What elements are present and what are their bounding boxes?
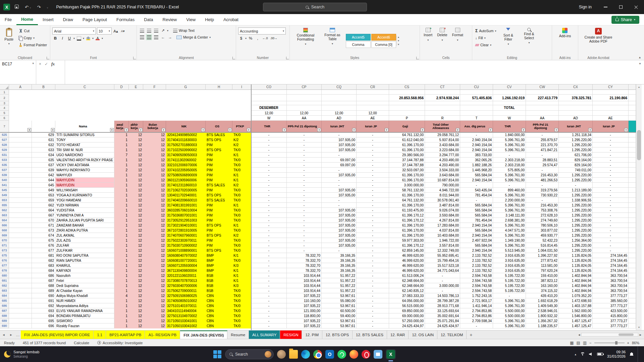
cell[interactable]: 3.593.684,00	[425, 213, 460, 218]
cell[interactable]: -	[251, 248, 287, 253]
filter-button-CV[interactable]: ▾	[522, 128, 525, 132]
cell[interactable]: AA	[526, 116, 559, 121]
cell[interactable]	[425, 111, 460, 116]
filter-button-CS[interactable]: ▾	[421, 128, 424, 132]
cell[interactable]: ELVIS YANUAR RAMADHANA	[55, 308, 114, 313]
cell[interactable]: 363.700,54	[593, 278, 629, 283]
cell[interactable]	[9, 116, 32, 121]
cell[interactable]: 1	[114, 193, 129, 198]
cell[interactable]: -	[322, 168, 357, 173]
cell[interactable]: 4	[114, 293, 129, 298]
cell[interactable]: 642	[32, 173, 55, 178]
clear-button[interactable]: Clear▾	[474, 42, 497, 48]
cell[interactable]	[425, 105, 460, 111]
cell[interactable]: -	[251, 168, 287, 173]
cell[interactable]: 12	[143, 243, 166, 248]
table-header-C[interactable]: Nama▾	[55, 121, 114, 132]
cell[interactable]: TK/0	[232, 238, 251, 243]
cell[interactable]: 637	[32, 163, 55, 168]
cell[interactable]	[460, 111, 493, 116]
cell[interactable]: 53.967,61	[322, 303, 357, 308]
cell[interactable]: 682	[32, 258, 55, 263]
cell[interactable]: 103.914,44	[287, 283, 322, 288]
cell[interactable]: 1	[114, 173, 129, 178]
cell[interactable]: 37.144.787,88	[389, 158, 425, 163]
cell[interactable]: 12	[143, 193, 166, 198]
cell[interactable]: 12	[129, 303, 143, 308]
cell[interactable]: 53.967,61	[322, 293, 357, 298]
cell[interactable]: PIM	[206, 168, 232, 173]
cell[interactable]	[9, 273, 32, 278]
filter-button-B[interactable]: ▾	[51, 128, 55, 132]
gallery-down-button[interactable]: ▾	[398, 39, 399, 42]
cell[interactable]: -	[251, 268, 287, 273]
cell[interactable]: BTS OPS	[206, 137, 232, 142]
sheet-tab[interactable]: 12. TELKOM	[437, 330, 467, 339]
cell[interactable]	[114, 101, 129, 105]
row-header[interactable]: 688	[0, 313, 9, 318]
cell[interactable]	[9, 153, 32, 158]
cell[interactable]	[629, 273, 636, 278]
cell[interactable]: 1304011702940001	[166, 193, 206, 198]
cell[interactable]: TK/0	[232, 303, 251, 308]
cell[interactable]: 1	[114, 137, 129, 142]
cell[interactable]	[206, 105, 232, 111]
row-header[interactable]: 7	[0, 121, 9, 132]
cell[interactable]: PIM	[206, 208, 232, 213]
cell[interactable]: DESEMBER	[251, 105, 287, 111]
cell[interactable]	[526, 90, 559, 95]
cell[interactable]: 1606081007720001	[166, 258, 206, 263]
cell[interactable]: 69.097,00	[322, 158, 357, 163]
cell[interactable]: KARYADI	[55, 268, 114, 273]
copy-button[interactable]: Copy▾	[17, 35, 48, 41]
cell[interactable]: 15.799.454,16	[425, 258, 460, 263]
cell[interactable]: -	[251, 183, 287, 188]
cell[interactable]	[629, 168, 636, 173]
cell[interactable]: -	[357, 163, 389, 168]
cell[interactable]: -	[357, 233, 389, 238]
row-header[interactable]: 675	[0, 253, 9, 258]
cell[interactable]: 1.840.000,00	[493, 132, 526, 137]
cell[interactable]: -	[287, 158, 322, 163]
cell[interactable]: -	[322, 183, 357, 188]
cell[interactable]	[9, 137, 32, 142]
cell[interactable]: 4.203.490,00	[425, 158, 460, 163]
cell[interactable]	[629, 303, 636, 308]
col-header-A[interactable]: A	[9, 84, 32, 90]
cell[interactable]: 3174040209660010	[166, 198, 206, 203]
cell[interactable]: TK/0	[232, 308, 251, 313]
cell[interactable]: 2.709.598,34	[460, 318, 493, 323]
cell[interactable]	[9, 248, 32, 253]
cell[interactable]: 635	[32, 158, 55, 163]
cell[interactable]: 12	[129, 283, 143, 288]
cell[interactable]: 8.011.944,00	[425, 193, 460, 198]
cell[interactable]	[143, 105, 166, 111]
cell[interactable]: -	[357, 218, 389, 223]
cell[interactable]: 1.752.243,16	[460, 293, 493, 298]
cell[interactable]	[114, 90, 129, 95]
cell[interactable]: 12	[143, 203, 166, 208]
cell[interactable]: 107.935,00	[322, 238, 357, 243]
cell[interactable]: 1.064.031,50	[526, 248, 559, 253]
underline-button[interactable]: U	[66, 35, 72, 41]
cell[interactable]	[629, 268, 636, 273]
cell[interactable]: 1	[114, 283, 129, 288]
cell[interactable]	[9, 263, 32, 268]
formula-input[interactable]	[65, 60, 636, 84]
cell[interactable]	[629, 178, 636, 183]
cell[interactable]: 1	[114, 313, 129, 318]
cell[interactable]	[9, 238, 32, 243]
cell[interactable]: BSB	[206, 278, 232, 283]
cell[interactable]: -	[251, 163, 287, 168]
cell[interactable]: K/1	[232, 268, 251, 273]
cell[interactable]: 2.940.154,04	[460, 248, 493, 253]
cell[interactable]: -	[526, 183, 559, 188]
cell[interactable]: 46.999.620,00	[389, 263, 425, 268]
cell[interactable]	[55, 101, 114, 105]
row-header[interactable]: 669	[0, 233, 9, 238]
cell[interactable]	[9, 258, 32, 263]
cell[interactable]: 2.940.154,04	[460, 223, 493, 228]
cell[interactable]: 12	[129, 203, 143, 208]
col-header-CQ[interactable]: CQ	[322, 84, 357, 90]
cell[interactable]	[629, 238, 636, 243]
